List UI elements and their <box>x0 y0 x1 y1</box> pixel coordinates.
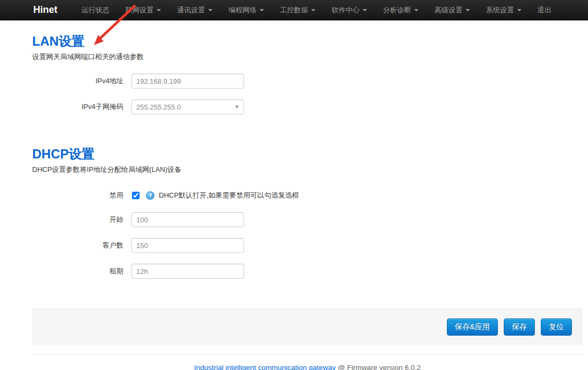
brand-logo[interactable]: Hinet <box>33 4 57 16</box>
dhcp-disable-checkbox[interactable] <box>132 192 139 199</box>
page-footer: Industrial intelligent communication gat… <box>32 354 583 370</box>
nav-item-analysis-diagnosis[interactable]: 分析诊断 <box>375 0 427 20</box>
ipv4-netmask-select[interactable]: 255.255.255.0 ▼ <box>131 99 244 114</box>
dhcp-start-row: 开始 <box>32 212 583 227</box>
dhcp-disable-label: 禁用 <box>32 191 131 200</box>
dhcp-start-label: 开始 <box>32 215 131 224</box>
lan-section-title: LAN设置 <box>32 33 583 50</box>
nav-item-comm-settings[interactable]: 通讯设置 <box>169 0 220 20</box>
chevron-down-icon <box>414 9 418 11</box>
dhcp-section-title: DHCP设置 <box>32 146 583 163</box>
ipv4-netmask-label: IPv4子网掩码 <box>32 102 131 112</box>
nav-item-label: 退出 <box>538 0 552 20</box>
dhcp-clients-row: 客户数 <box>32 238 583 253</box>
dhcp-start-input[interactable] <box>131 212 244 227</box>
dhcp-lease-row: 租期 <box>32 264 583 279</box>
nav-item-network-settings[interactable]: 联网设置 <box>117 0 169 20</box>
nav-item-label: 高级设置 <box>435 0 462 20</box>
nav-item-label: 通讯设置 <box>177 0 205 20</box>
chevron-down-icon <box>157 9 161 11</box>
save-button[interactable]: 保存 <box>504 318 535 336</box>
ipv4-address-input[interactable] <box>131 74 244 89</box>
footer-firmware-text: @ Firmware version 6.0.2 <box>336 364 421 370</box>
dhcp-section-subtitle: DHCP设置参数将IP地址分配给局域网(LAN)设备 <box>32 165 583 175</box>
nav-item-system-settings[interactable]: 系统设置 <box>478 0 530 20</box>
save-apply-button[interactable]: 保存&应用 <box>447 318 498 336</box>
lan-section-subtitle: 设置网关局域网端口相关的通信参数 <box>32 52 583 62</box>
nav-item-label: 运行状态 <box>82 0 109 20</box>
chevron-down-icon <box>363 9 367 11</box>
dhcp-lease-label: 租期 <box>32 266 131 276</box>
help-icon[interactable]: ? <box>146 191 155 200</box>
chevron-down-icon <box>208 9 212 11</box>
chevron-down-icon <box>517 9 521 11</box>
chevron-down-icon <box>311 9 315 11</box>
select-arrow-icon: ▼ <box>234 104 239 110</box>
dhcp-disable-row: 禁用 ? DHCP默认打开,如果需要禁用可以勾选复选框 <box>32 191 583 200</box>
dhcp-disable-hint: DHCP默认打开,如果需要禁用可以勾选复选框 <box>159 191 299 200</box>
main-content: LAN设置 设置网关局域网端口相关的通信参数 IPv4地址 IPv4子网掩码 2… <box>32 33 583 279</box>
nav-item-industrial-data[interactable]: 工控数据 <box>272 0 324 20</box>
nav-item-programming-network[interactable]: 编程网络 <box>220 0 272 20</box>
chevron-down-icon <box>466 9 470 11</box>
dhcp-lease-input[interactable] <box>131 264 244 279</box>
nav-item-running-status[interactable]: 运行状态 <box>74 0 117 20</box>
action-bar: 保存&应用 保存 复位 <box>32 309 583 345</box>
chevron-down-icon <box>260 9 264 11</box>
dhcp-clients-input[interactable] <box>131 238 244 253</box>
ipv4-netmask-row: IPv4子网掩码 255.255.255.0 ▼ <box>32 99 583 114</box>
dhcp-clients-label: 客户数 <box>32 241 131 250</box>
nav-item-label: 联网设置 <box>126 0 153 20</box>
nav-item-label: 软件中心 <box>332 0 359 20</box>
nav-item-label: 分析诊断 <box>383 0 411 20</box>
ipv4-address-label: IPv4地址 <box>32 76 131 86</box>
footer-gateway-link[interactable]: Industrial intelligent communication gat… <box>194 364 336 370</box>
nav-item-advanced-settings[interactable]: 高级设置 <box>427 0 478 20</box>
nav-item-label: 系统设置 <box>486 0 514 20</box>
reset-button[interactable]: 复位 <box>541 318 572 336</box>
ipv4-netmask-selected-value: 255.255.255.0 <box>136 103 181 111</box>
nav-item-label: 工控数据 <box>280 0 308 20</box>
nav-item-logout[interactable]: 退出 <box>530 0 560 20</box>
ipv4-address-row: IPv4地址 <box>32 74 583 89</box>
top-navbar: Hinet 运行状态 联网设置 通讯设置 编程网络 工控数据 软件中心 分析诊断… <box>0 0 588 20</box>
nav-item-label: 编程网络 <box>229 0 256 20</box>
nav-item-software-center[interactable]: 软件中心 <box>324 0 375 20</box>
